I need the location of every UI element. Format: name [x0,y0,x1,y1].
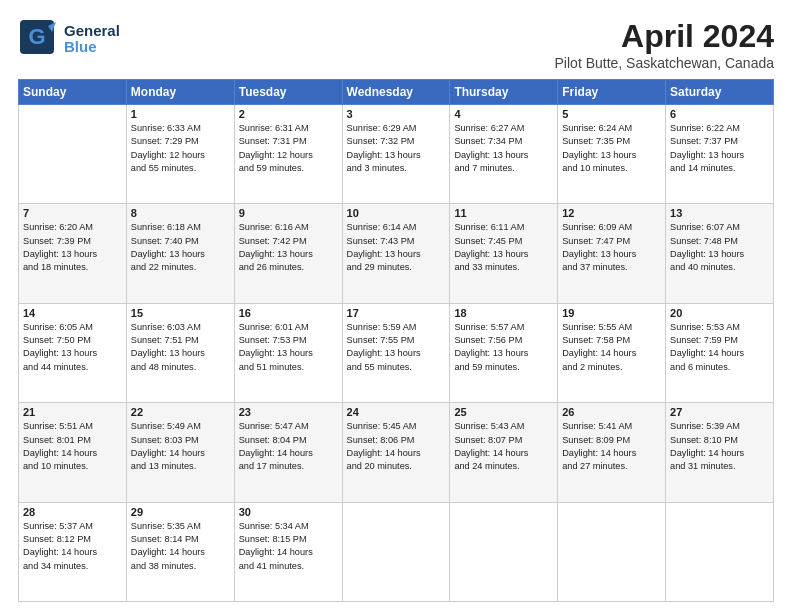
day-number: 16 [239,307,338,319]
day-info: Sunrise: 6:01 AM Sunset: 7:53 PM Dayligh… [239,321,338,374]
calendar-cell: 24Sunrise: 5:45 AM Sunset: 8:06 PM Dayli… [342,403,450,502]
calendar-week-row: 28Sunrise: 5:37 AM Sunset: 8:12 PM Dayli… [19,502,774,601]
calendar-cell: 17Sunrise: 5:59 AM Sunset: 7:55 PM Dayli… [342,303,450,402]
day-info: Sunrise: 5:34 AM Sunset: 8:15 PM Dayligh… [239,520,338,573]
calendar-week-row: 1Sunrise: 6:33 AM Sunset: 7:29 PM Daylig… [19,105,774,204]
calendar-cell: 7Sunrise: 6:20 AM Sunset: 7:39 PM Daylig… [19,204,127,303]
calendar-week-row: 21Sunrise: 5:51 AM Sunset: 8:01 PM Dayli… [19,403,774,502]
day-number: 5 [562,108,661,120]
calendar-day-header: Tuesday [234,80,342,105]
page: G General Blue April 2024 Pilot Butte, S… [0,0,792,612]
calendar-day-header: Saturday [666,80,774,105]
calendar-cell: 14Sunrise: 6:05 AM Sunset: 7:50 PM Dayli… [19,303,127,402]
calendar-header-row: SundayMondayTuesdayWednesdayThursdayFrid… [19,80,774,105]
day-info: Sunrise: 6:14 AM Sunset: 7:43 PM Dayligh… [347,221,446,274]
day-number: 28 [23,506,122,518]
calendar-title: April 2024 [555,18,774,55]
calendar-week-row: 7Sunrise: 6:20 AM Sunset: 7:39 PM Daylig… [19,204,774,303]
calendar-cell: 20Sunrise: 5:53 AM Sunset: 7:59 PM Dayli… [666,303,774,402]
calendar-cell: 30Sunrise: 5:34 AM Sunset: 8:15 PM Dayli… [234,502,342,601]
calendar-cell: 26Sunrise: 5:41 AM Sunset: 8:09 PM Dayli… [558,403,666,502]
day-info: Sunrise: 6:20 AM Sunset: 7:39 PM Dayligh… [23,221,122,274]
calendar-cell: 15Sunrise: 6:03 AM Sunset: 7:51 PM Dayli… [126,303,234,402]
calendar-cell: 3Sunrise: 6:29 AM Sunset: 7:32 PM Daylig… [342,105,450,204]
day-number: 19 [562,307,661,319]
logo-text: General [64,23,120,40]
day-info: Sunrise: 5:55 AM Sunset: 7:58 PM Dayligh… [562,321,661,374]
day-number: 8 [131,207,230,219]
day-number: 23 [239,406,338,418]
day-info: Sunrise: 5:45 AM Sunset: 8:06 PM Dayligh… [347,420,446,473]
day-number: 2 [239,108,338,120]
day-info: Sunrise: 5:35 AM Sunset: 8:14 PM Dayligh… [131,520,230,573]
calendar-cell: 11Sunrise: 6:11 AM Sunset: 7:45 PM Dayli… [450,204,558,303]
calendar-cell: 27Sunrise: 5:39 AM Sunset: 8:10 PM Dayli… [666,403,774,502]
day-number: 7 [23,207,122,219]
day-number: 9 [239,207,338,219]
day-info: Sunrise: 6:27 AM Sunset: 7:34 PM Dayligh… [454,122,553,175]
calendar-cell: 6Sunrise: 6:22 AM Sunset: 7:37 PM Daylig… [666,105,774,204]
day-info: Sunrise: 5:49 AM Sunset: 8:03 PM Dayligh… [131,420,230,473]
calendar-day-header: Monday [126,80,234,105]
day-info: Sunrise: 6:16 AM Sunset: 7:42 PM Dayligh… [239,221,338,274]
day-number: 10 [347,207,446,219]
title-block: April 2024 Pilot Butte, Saskatchewan, Ca… [555,18,774,71]
day-number: 21 [23,406,122,418]
calendar-cell [558,502,666,601]
day-info: Sunrise: 5:51 AM Sunset: 8:01 PM Dayligh… [23,420,122,473]
day-number: 6 [670,108,769,120]
header: G General Blue April 2024 Pilot Butte, S… [18,18,774,71]
day-number: 3 [347,108,446,120]
day-info: Sunrise: 6:29 AM Sunset: 7:32 PM Dayligh… [347,122,446,175]
day-info: Sunrise: 5:37 AM Sunset: 8:12 PM Dayligh… [23,520,122,573]
day-info: Sunrise: 5:39 AM Sunset: 8:10 PM Dayligh… [670,420,769,473]
calendar-cell: 5Sunrise: 6:24 AM Sunset: 7:35 PM Daylig… [558,105,666,204]
day-number: 4 [454,108,553,120]
day-number: 26 [562,406,661,418]
day-info: Sunrise: 5:43 AM Sunset: 8:07 PM Dayligh… [454,420,553,473]
day-number: 25 [454,406,553,418]
calendar-cell: 13Sunrise: 6:07 AM Sunset: 7:48 PM Dayli… [666,204,774,303]
day-info: Sunrise: 6:18 AM Sunset: 7:40 PM Dayligh… [131,221,230,274]
day-number: 22 [131,406,230,418]
calendar-cell [19,105,127,204]
day-info: Sunrise: 6:09 AM Sunset: 7:47 PM Dayligh… [562,221,661,274]
calendar-cell [450,502,558,601]
calendar-week-row: 14Sunrise: 6:05 AM Sunset: 7:50 PM Dayli… [19,303,774,402]
calendar-day-header: Wednesday [342,80,450,105]
calendar-subtitle: Pilot Butte, Saskatchewan, Canada [555,55,774,71]
day-number: 12 [562,207,661,219]
calendar-cell: 1Sunrise: 6:33 AM Sunset: 7:29 PM Daylig… [126,105,234,204]
calendar-cell: 2Sunrise: 6:31 AM Sunset: 7:31 PM Daylig… [234,105,342,204]
day-number: 14 [23,307,122,319]
calendar-day-header: Sunday [19,80,127,105]
day-info: Sunrise: 6:31 AM Sunset: 7:31 PM Dayligh… [239,122,338,175]
calendar-cell: 18Sunrise: 5:57 AM Sunset: 7:56 PM Dayli… [450,303,558,402]
calendar-cell: 9Sunrise: 6:16 AM Sunset: 7:42 PM Daylig… [234,204,342,303]
day-info: Sunrise: 6:33 AM Sunset: 7:29 PM Dayligh… [131,122,230,175]
day-number: 18 [454,307,553,319]
day-info: Sunrise: 6:22 AM Sunset: 7:37 PM Dayligh… [670,122,769,175]
day-number: 17 [347,307,446,319]
calendar-cell: 4Sunrise: 6:27 AM Sunset: 7:34 PM Daylig… [450,105,558,204]
calendar-cell: 8Sunrise: 6:18 AM Sunset: 7:40 PM Daylig… [126,204,234,303]
calendar-cell [666,502,774,601]
day-number: 30 [239,506,338,518]
logo-icon: G [18,18,56,60]
day-number: 27 [670,406,769,418]
day-number: 29 [131,506,230,518]
calendar-cell: 29Sunrise: 5:35 AM Sunset: 8:14 PM Dayli… [126,502,234,601]
day-number: 13 [670,207,769,219]
day-number: 11 [454,207,553,219]
calendar-cell: 22Sunrise: 5:49 AM Sunset: 8:03 PM Dayli… [126,403,234,502]
day-number: 15 [131,307,230,319]
day-info: Sunrise: 6:03 AM Sunset: 7:51 PM Dayligh… [131,321,230,374]
logo: G General Blue [18,18,120,60]
calendar-cell: 10Sunrise: 6:14 AM Sunset: 7:43 PM Dayli… [342,204,450,303]
calendar-day-header: Friday [558,80,666,105]
calendar-cell: 23Sunrise: 5:47 AM Sunset: 8:04 PM Dayli… [234,403,342,502]
calendar-day-header: Thursday [450,80,558,105]
day-info: Sunrise: 5:53 AM Sunset: 7:59 PM Dayligh… [670,321,769,374]
calendar-cell: 12Sunrise: 6:09 AM Sunset: 7:47 PM Dayli… [558,204,666,303]
calendar-cell: 25Sunrise: 5:43 AM Sunset: 8:07 PM Dayli… [450,403,558,502]
